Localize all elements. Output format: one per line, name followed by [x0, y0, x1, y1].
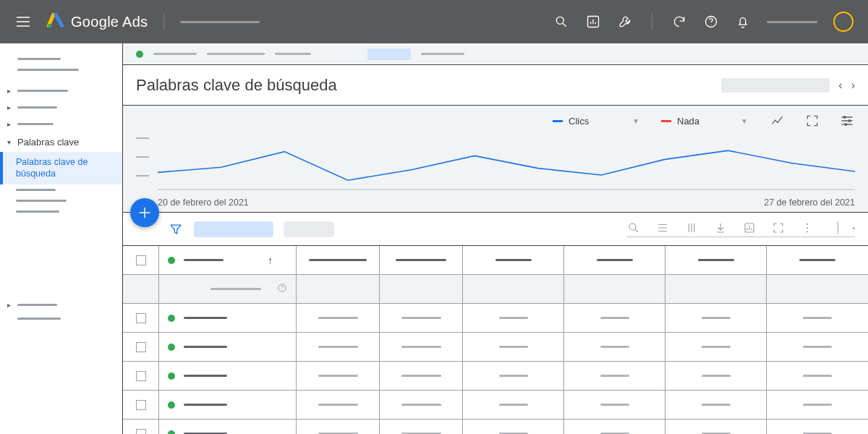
svg-point-5 — [843, 116, 846, 119]
row-checkbox[interactable] — [123, 391, 159, 419]
column-header[interactable] — [564, 246, 665, 274]
sidebar: ▸ ▸ ▸ ▾Palabras clave Palabras clave de … — [0, 43, 123, 434]
reports-icon[interactable] — [742, 221, 757, 235]
table-row[interactable] — [123, 391, 868, 420]
avatar[interactable] — [833, 12, 854, 32]
table-row[interactable] — [123, 362, 868, 391]
row-checkbox[interactable] — [123, 362, 159, 390]
sidebar-group-keywords[interactable]: ▾Palabras clave — [0, 132, 122, 152]
crumb-segment[interactable] — [207, 53, 265, 55]
cell — [564, 362, 665, 390]
expand-icon[interactable] — [771, 221, 786, 235]
chart-type-icon[interactable] — [770, 113, 786, 129]
status-dot-icon — [136, 51, 143, 58]
column-header[interactable] — [380, 246, 463, 274]
help-icon[interactable] — [277, 283, 287, 295]
chevron-left-icon[interactable]: ‹ — [838, 79, 842, 92]
cell — [380, 391, 463, 419]
filter-chip[interactable] — [284, 221, 334, 237]
tools-icon[interactable] — [617, 14, 633, 30]
sidebar-item[interactable] — [0, 64, 122, 75]
metric-select-secondary[interactable]: Nada ▼ — [661, 116, 748, 127]
cell — [297, 304, 380, 332]
cell — [564, 420, 665, 434]
help-icon[interactable] — [703, 14, 719, 30]
metric-select-primary[interactable]: Clics ▼ — [553, 116, 639, 127]
filter-icon[interactable] — [168, 221, 184, 237]
swatch — [661, 120, 671, 122]
crumb-segment[interactable] — [275, 53, 311, 55]
column-header[interactable] — [297, 246, 380, 274]
data-table: ↑ — [123, 246, 868, 434]
columns-icon[interactable] — [684, 221, 699, 235]
sidebar-item[interactable]: ▸ — [0, 297, 122, 313]
crumb-segment[interactable] — [421, 53, 464, 55]
cell — [159, 391, 297, 419]
svg-point-9 — [629, 224, 636, 230]
chevron-down-icon: ▼ — [741, 117, 748, 125]
search-icon[interactable] — [626, 221, 641, 235]
top-bar: Google Ads — [0, 0, 868, 43]
column-header[interactable] — [463, 246, 564, 274]
table-row[interactable] — [123, 304, 868, 333]
chart-date-end: 27 de febrero del 2021 — [764, 197, 855, 208]
account-switcher-placeholder[interactable] — [767, 21, 817, 23]
cell — [665, 420, 767, 434]
date-range-picker[interactable] — [721, 78, 830, 93]
sidebar-item[interactable] — [0, 54, 122, 64]
hamburger-icon[interactable] — [14, 13, 32, 30]
table-row[interactable] — [123, 420, 868, 434]
chevron-right-icon[interactable]: › — [851, 79, 855, 92]
search-icon[interactable] — [553, 14, 569, 30]
cell — [297, 420, 380, 434]
column-header[interactable] — [665, 246, 767, 274]
sidebar-item[interactable] — [0, 313, 122, 324]
page-title: Palabras clave de búsqueda — [136, 76, 337, 95]
sidebar-item-search-keywords[interactable]: Palabras clave de búsqueda — [0, 152, 122, 184]
divider — [652, 13, 652, 30]
row-checkbox[interactable] — [123, 420, 159, 434]
svg-point-13 — [807, 231, 808, 232]
account-placeholder[interactable] — [180, 21, 260, 23]
notifications-icon[interactable] — [735, 14, 751, 30]
row-checkbox[interactable] — [123, 333, 159, 361]
svg-point-6 — [848, 120, 851, 122]
select-all-checkbox[interactable] — [123, 246, 159, 274]
sidebar-item[interactable] — [0, 206, 122, 217]
product-logo[interactable]: Google Ads — [46, 12, 148, 31]
cell — [767, 333, 868, 361]
table-row[interactable] — [123, 333, 868, 362]
table-subheader-row — [123, 275, 868, 304]
more-icon[interactable] — [800, 221, 814, 235]
sort-asc-icon: ↑ — [268, 255, 273, 266]
cell — [380, 304, 463, 332]
filter-chip[interactable] — [194, 221, 273, 237]
refresh-icon[interactable] — [671, 14, 687, 30]
main-content: Palabras clave de búsqueda ‹ › Clics ▼ N… — [123, 43, 868, 434]
cell — [159, 333, 297, 361]
sidebar-item[interactable] — [0, 184, 122, 195]
reports-icon[interactable] — [585, 14, 601, 30]
cell — [159, 420, 297, 434]
overflow-icon[interactable] — [853, 227, 855, 229]
sidebar-item[interactable]: ▸ — [0, 116, 122, 132]
cell — [159, 362, 297, 390]
table-toolbar — [123, 213, 868, 246]
crumb-highlight[interactable] — [367, 48, 411, 60]
column-header[interactable]: ↑ — [159, 246, 297, 274]
cell — [767, 391, 868, 419]
add-button[interactable] — [130, 198, 159, 227]
sidebar-item[interactable]: ▸ — [0, 99, 122, 116]
crumb-segment[interactable] — [153, 53, 197, 55]
row-checkbox[interactable] — [123, 304, 159, 332]
cell — [767, 420, 868, 434]
sidebar-item[interactable] — [0, 195, 122, 206]
segment-icon[interactable] — [655, 221, 670, 235]
download-icon[interactable] — [713, 221, 728, 235]
column-header[interactable] — [767, 246, 868, 274]
cell — [297, 391, 380, 419]
sidebar-item[interactable]: ▸ — [0, 82, 122, 99]
expand-icon[interactable] — [804, 113, 820, 129]
cell — [665, 333, 767, 361]
adjust-icon[interactable] — [839, 113, 855, 129]
